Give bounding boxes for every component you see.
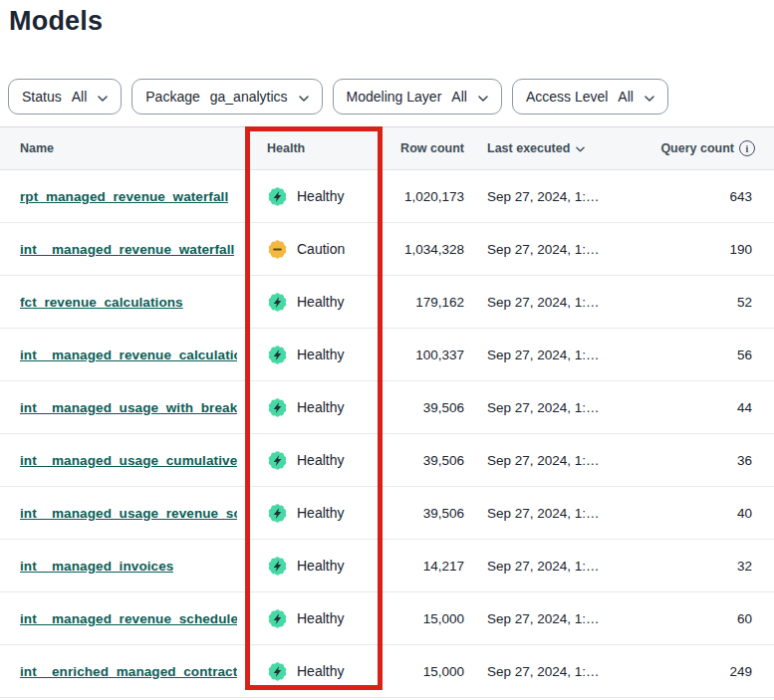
filter-access-level[interactable]: Access Level All xyxy=(512,79,668,115)
model-name-cell: fct_revenue_calculations xyxy=(0,295,247,310)
model-name-link[interactable]: int__managed_usage_with_breaka… xyxy=(20,400,237,415)
row-count-cell: 39,506 xyxy=(384,506,464,521)
health-status-icon xyxy=(267,450,288,471)
table-row: int__managed_revenue_calculations Health… xyxy=(0,329,774,381)
row-count-cell: 15,000 xyxy=(384,611,464,626)
filter-status[interactable]: Status All xyxy=(8,79,122,115)
last-executed-cell: Sep 27, 2024, 1:… xyxy=(464,400,634,415)
health-cell: Healthy xyxy=(247,556,384,577)
health-label: Healthy xyxy=(297,558,344,574)
health-label: Healthy xyxy=(297,610,344,626)
filter-package-value: ga_analytics xyxy=(210,89,288,105)
health-badge: Healthy xyxy=(267,503,344,524)
query-count-cell: 643 xyxy=(634,189,774,204)
health-cell: Caution xyxy=(247,239,384,260)
health-label: Healthy xyxy=(297,347,344,362)
table-body: rpt_managed_revenue_waterfall Healthy 1,… xyxy=(0,170,774,698)
model-name-cell: int__managed_revenue_calculations xyxy=(0,348,247,362)
model-name-cell: int__managed_invoices xyxy=(0,559,247,574)
health-status-icon xyxy=(267,661,288,682)
filter-status-value: All xyxy=(72,89,88,105)
table-row: fct_revenue_calculations Healthy 179,162… xyxy=(0,276,774,329)
health-status-icon xyxy=(267,239,288,260)
model-name-link[interactable]: int__managed_usage_revenue_sc… xyxy=(20,506,237,521)
health-label: Healthy xyxy=(297,294,344,310)
chevron-down-icon xyxy=(478,89,488,105)
filter-status-label: Status xyxy=(22,89,62,105)
health-label: Healthy xyxy=(297,452,344,468)
table-row: int__managed_usage_with_breaka… Healthy … xyxy=(0,381,774,434)
health-status-icon xyxy=(267,292,288,313)
column-header-name: Name xyxy=(0,141,247,155)
model-name-link[interactable]: int__managed_revenue_schedule_… xyxy=(20,611,237,626)
health-badge: Healthy xyxy=(267,345,344,365)
row-count-cell: 15,000 xyxy=(384,664,464,679)
filter-bar: Status All Package ga_analytics Modeling… xyxy=(8,79,774,115)
health-status-icon xyxy=(267,556,288,577)
health-cell: Healthy xyxy=(247,608,384,629)
health-cell: Healthy xyxy=(247,345,384,365)
model-name-link[interactable]: fct_revenue_calculations xyxy=(20,295,183,310)
health-badge: Healthy xyxy=(267,397,344,418)
query-count-cell: 44 xyxy=(634,400,774,415)
query-count-cell: 32 xyxy=(634,559,774,574)
row-count-cell: 14,217 xyxy=(384,559,464,574)
health-status-icon xyxy=(267,186,288,207)
column-header-query-count: Query count i xyxy=(634,140,774,156)
health-badge: Healthy xyxy=(267,186,344,207)
model-name-cell: int__enriched_managed_contracts xyxy=(0,664,247,679)
model-name-link[interactable]: int__managed_revenue_waterfall xyxy=(20,242,234,257)
last-executed-cell: Sep 27, 2024, 1:… xyxy=(464,453,634,468)
model-name-link[interactable]: rpt_managed_revenue_waterfall xyxy=(20,189,228,204)
query-count-cell: 60 xyxy=(634,611,774,626)
table-row: int__managed_usage_revenue_sc… Healthy 3… xyxy=(0,487,774,540)
table-row: int__managed_invoices Healthy 14,217 Sep… xyxy=(0,540,774,592)
filter-access-level-value: All xyxy=(618,89,634,105)
models-table: Name Health Row count Last executed Quer… xyxy=(0,126,774,698)
table-row: int__enriched_managed_contracts Healthy … xyxy=(0,645,774,698)
health-status-icon xyxy=(267,503,288,524)
filter-modeling-layer[interactable]: Modeling Layer All xyxy=(333,79,502,115)
chevron-down-icon xyxy=(299,89,309,105)
model-name-cell: int__managed_revenue_schedule_… xyxy=(0,611,247,626)
info-icon[interactable]: i xyxy=(739,140,755,156)
query-count-cell: 190 xyxy=(634,242,774,257)
health-label: Healthy xyxy=(297,399,344,415)
last-executed-cell: Sep 27, 2024, 1:… xyxy=(464,189,634,204)
query-count-cell: 56 xyxy=(634,348,774,362)
filter-modeling-layer-label: Modeling Layer xyxy=(347,89,442,105)
health-cell: Healthy xyxy=(247,503,384,524)
model-name-link[interactable]: int__managed_invoices xyxy=(20,559,173,574)
row-count-cell: 39,506 xyxy=(384,400,464,415)
chevron-down-icon xyxy=(98,89,108,105)
query-count-cell: 40 xyxy=(634,506,774,521)
last-executed-cell: Sep 27, 2024, 1:… xyxy=(464,611,634,626)
column-header-last-executed-label: Last executed xyxy=(487,141,570,155)
filter-package[interactable]: Package ga_analytics xyxy=(131,79,322,115)
model-name-cell: int__managed_usage_revenue_sc… xyxy=(0,506,247,521)
row-count-cell: 179,162 xyxy=(384,295,464,310)
model-name-link[interactable]: int__managed_revenue_calculations xyxy=(20,348,237,362)
row-count-cell: 1,020,173 xyxy=(384,189,464,204)
health-cell: Healthy xyxy=(247,186,384,207)
last-executed-cell: Sep 27, 2024, 1:… xyxy=(464,295,634,310)
health-label: Healthy xyxy=(297,663,344,679)
row-count-cell: 100,337 xyxy=(384,348,464,362)
filter-modeling-layer-value: All xyxy=(451,89,467,105)
column-header-row-count: Row count xyxy=(384,141,464,155)
model-name-link[interactable]: int__enriched_managed_contracts xyxy=(20,664,237,679)
health-badge: Healthy xyxy=(267,450,344,471)
health-cell: Healthy xyxy=(247,397,384,418)
health-status-icon xyxy=(267,397,288,418)
health-badge: Healthy xyxy=(267,292,344,313)
column-header-last-executed[interactable]: Last executed xyxy=(464,141,634,155)
table-row: int__managed_revenue_schedule_… Healthy … xyxy=(0,592,774,645)
row-count-cell: 39,506 xyxy=(384,453,464,468)
last-executed-cell: Sep 27, 2024, 1:… xyxy=(464,506,634,521)
last-executed-cell: Sep 27, 2024, 1:… xyxy=(464,242,634,257)
health-label: Healthy xyxy=(297,188,344,204)
column-header-query-count-label: Query count xyxy=(660,141,734,155)
health-badge: Caution xyxy=(267,239,345,260)
health-badge: Healthy xyxy=(267,661,344,682)
model-name-link[interactable]: int__managed_usage_cumulative_… xyxy=(20,453,237,468)
